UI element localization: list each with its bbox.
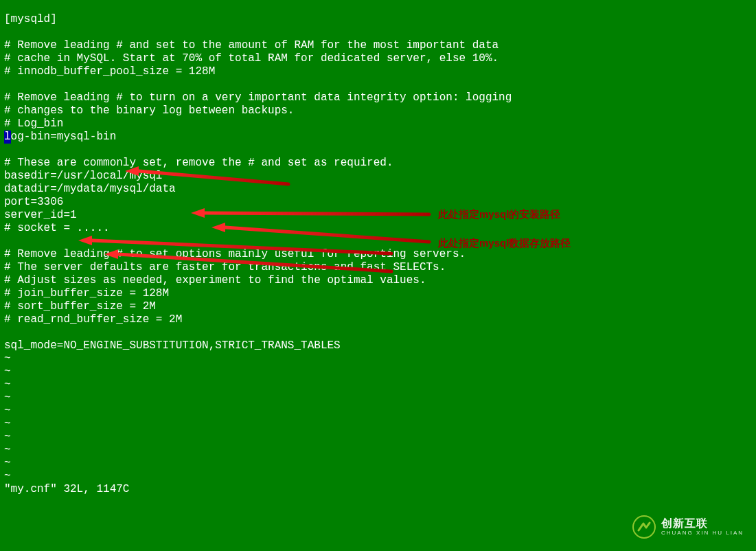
cursor: l [4,131,11,144]
editor-line: ~ [4,366,752,379]
editor-line: server_id=1 [4,209,752,222]
editor-line: ~ [4,431,752,444]
editor-line: # These are commonly set, remove the # a… [4,157,752,170]
editor-line: # Log_bin [4,117,752,131]
editor-line: ~ [4,379,752,392]
editor-line: ~ [4,470,752,483]
editor-line [4,0,752,13]
editor-line: # join_buffer_size = 128M [4,287,752,300]
editor-line: ~ [4,457,752,470]
logo-icon [632,515,656,539]
terminal-editor[interactable]: [mysqld]# Remove leading # and set to th… [0,0,756,496]
editor-line: # Remove leading # and set to the amount… [4,39,752,52]
editor-line: # changes to the binary log between back… [4,104,752,117]
editor-line: # sort_buffer_size = 2M [4,300,752,313]
editor-line: ~ [4,405,752,418]
editor-line [4,235,752,248]
vim-status-line: "my.cnf" 32L, 1147C [4,483,752,496]
editor-line [4,78,752,91]
editor-line: basedir=/usr/local/mysql [4,170,752,183]
editor-line: ~ [4,418,752,431]
editor-line [4,326,752,339]
editor-line: # The server defaults are faster for tra… [4,261,752,274]
editor-line: # Remove leading # to turn on a very imp… [4,91,752,104]
editor-line: # Remove leading # to set options mainly… [4,248,752,261]
editor-line: port=3306 [4,196,752,209]
editor-line: sql_mode=NO_ENGINE_SUBSTITUTION,STRICT_T… [4,339,752,352]
logo-text-cn: 创新互联 [661,518,744,529]
logo-text-en: CHUANG XIN HU LIAN [661,530,744,536]
svg-point-5 [633,516,655,538]
editor-line: # Adjust sizes as needed, experiment to … [4,274,752,287]
editor-line: ~ [4,444,752,457]
editor-line: # read_rnd_buffer_size = 2M [4,313,752,326]
editor-line [4,144,752,157]
editor-line: ~ [4,352,752,366]
editor-line: ~ [4,392,752,405]
editor-line [4,26,752,39]
editor-line: [mysqld] [4,13,752,26]
annotation-install-path: 此处指定mysql的安装路径 [438,207,560,221]
watermark-logo: 创新互联 CHUANG XIN HU LIAN [632,515,744,539]
editor-line: # innodb_buffer_pool_size = 128M [4,65,752,78]
editor-line: log-bin=mysql-bin [4,131,752,144]
editor-line: # socket = ..... [4,222,752,235]
annotation-data-path: 此处指定mysql数据存放路径 [438,236,571,249]
editor-line: datadir=/mydata/mysql/data [4,183,752,196]
editor-line: # cache in MySQL. Start at 70% of total … [4,52,752,65]
